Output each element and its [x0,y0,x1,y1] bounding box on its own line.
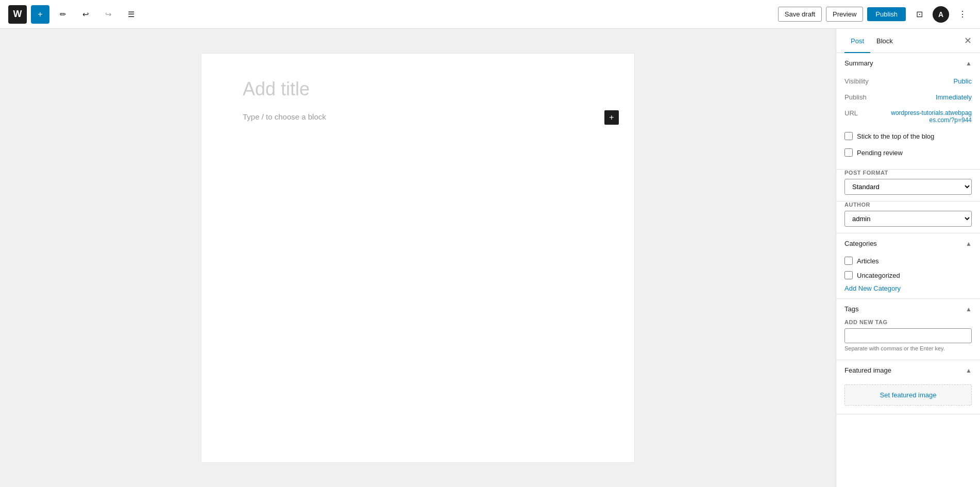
category-articles-label: Articles [857,257,879,265]
add-new-tag-label: ADD NEW TAG [844,319,972,325]
block-placeholder: Type / to choose a block [243,112,326,121]
tag-input[interactable] [844,328,972,343]
add-new-category-link[interactable]: Add New Category [844,284,972,292]
url-row: URL wordpress-tutorials.atwebpages.com/?… [844,105,972,128]
author-label: AUTHOR [844,201,972,208]
post-format-section: POST FORMAT Standard Aside Image Video Q… [836,170,980,201]
visibility-row: Visibility Public [844,73,972,89]
summary-header[interactable]: Summary ▲ [836,53,980,73]
summary-title: Summary [844,59,873,67]
list-view-button[interactable]: ☰ [122,5,140,24]
tags-chevron-icon: ▲ [966,306,972,313]
pending-review-label: Pending review [857,149,903,157]
summary-chevron-icon: ▲ [966,60,972,67]
pending-review-checkbox[interactable] [844,148,853,157]
post-format-label: POST FORMAT [844,170,972,176]
summary-content: Visibility Public Publish Immediately UR… [836,73,980,169]
add-block-button[interactable]: + [31,5,49,24]
block-area: Type / to choose a block + [243,112,593,121]
publish-label: Publish [844,93,867,101]
featured-image-title: Featured image [844,366,891,374]
toolbar: W + ✏ ↩ ↪ ☰ Save draft Preview Publish ⊡… [0,0,980,29]
url-link[interactable]: wordpress-tutorials.atwebpages.com/?p=94… [889,109,972,124]
sidebar-tabs: Post Block ✕ [836,29,980,53]
category-articles-checkbox[interactable] [844,257,853,265]
close-sidebar-button[interactable]: ✕ [959,32,976,49]
save-draft-button[interactable]: Save draft [778,7,822,22]
tab-block[interactable]: Block [870,29,899,53]
add-inline-block-button[interactable]: + [604,110,619,125]
categories-chevron-icon: ▲ [966,240,972,247]
toolbar-right: Save draft Preview Publish ⊡ A ⋮ [778,5,972,24]
categories-section: Categories ▲ Articles Uncategorized Add … [836,233,980,299]
pending-review-row: Pending review [844,144,972,161]
tab-post[interactable]: Post [844,29,870,53]
post-format-select[interactable]: Standard Aside Image Video Quote Link Ga… [844,179,972,195]
author-section: AUTHOR admin [836,201,980,233]
toolbar-left: W + ✏ ↩ ↪ ☰ [8,5,778,24]
category-uncategorized-row: Uncategorized [844,268,972,282]
visibility-label: Visibility [844,77,869,85]
url-label: URL [844,109,858,117]
wp-logo[interactable]: W [8,5,27,24]
categories-content: Articles Uncategorized Add New Category [836,254,980,298]
featured-image-header[interactable]: Featured image ▲ [836,360,980,380]
edit-button[interactable]: ✏ [54,5,72,24]
tags-section: Tags ▲ ADD NEW TAG Separate with commas … [836,299,980,360]
editor-content: Type / to choose a block + [201,54,634,462]
tags-header[interactable]: Tags ▲ [836,299,980,319]
featured-image-section: Featured image ▲ Set featured image [836,360,980,414]
publish-button[interactable]: Publish [867,7,906,21]
preview-button[interactable]: Preview [826,7,863,22]
post-title-input[interactable] [243,78,593,100]
summary-section: Summary ▲ Visibility Public Publish Imme… [836,53,980,170]
categories-title: Categories [844,240,877,247]
set-featured-image-button[interactable]: Set featured image [844,384,972,406]
featured-image-chevron-icon: ▲ [966,367,972,374]
featured-image-content: Set featured image [836,380,980,414]
settings-button[interactable]: ⊡ [910,5,928,24]
visibility-value[interactable]: Public [954,77,972,85]
stick-to-top-label: Stick to the top of the blog [857,132,934,140]
more-options-button[interactable]: ⋮ [953,5,972,24]
sidebar: Post Block ✕ Summary ▲ Visibility Public… [836,29,980,487]
editor-area: Type / to choose a block + [0,29,836,487]
undo-button[interactable]: ↩ [76,5,95,24]
categories-header[interactable]: Categories ▲ [836,233,980,254]
category-uncategorized-label: Uncategorized [857,272,900,279]
tags-content: ADD NEW TAG Separate with commas or the … [836,319,980,360]
category-uncategorized-checkbox[interactable] [844,271,853,279]
stick-to-top-row: Stick to the top of the blog [844,128,972,144]
tag-hint: Separate with commas or the Enter key. [844,345,972,351]
author-select[interactable]: admin [844,211,972,227]
redo-button[interactable]: ↪ [99,5,117,24]
publish-date-value[interactable]: Immediately [936,93,972,101]
category-articles-row: Articles [844,254,972,268]
stick-to-top-checkbox[interactable] [844,132,853,140]
main-container: Type / to choose a block + Post Block ✕ … [0,29,980,487]
tags-title: Tags [844,305,858,313]
publish-date-row: Publish Immediately [844,89,972,105]
user-button[interactable]: A [933,6,949,23]
